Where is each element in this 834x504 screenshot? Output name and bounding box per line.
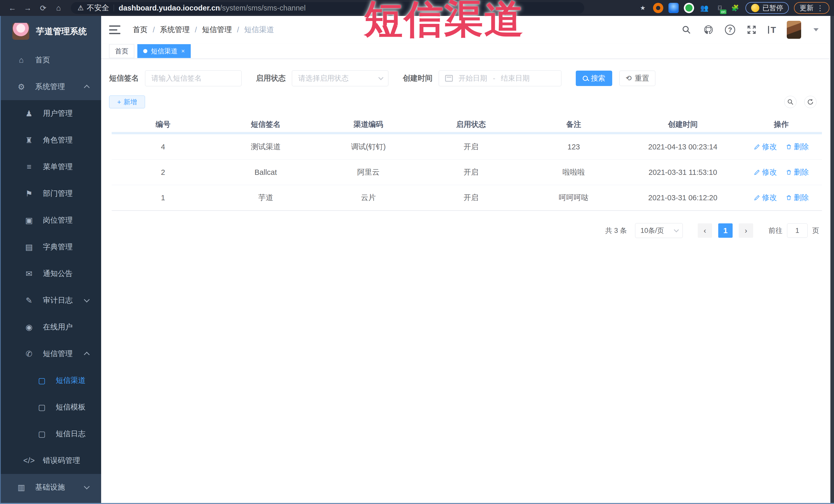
paused-label: 已暂停 [762, 3, 783, 13]
column-header: 启用状态 [420, 117, 522, 132]
gear-icon: ⚙ [14, 82, 28, 92]
extension-icon[interactable] [653, 3, 663, 13]
refresh-button[interactable] [804, 96, 816, 108]
goto-page-input[interactable]: 1 [787, 223, 808, 238]
sidebar-item[interactable]: ⚑ 部门管理 [0, 180, 101, 207]
close-icon[interactable]: × [181, 47, 185, 55]
delete-label: 删除 [794, 167, 809, 177]
cell-id: 4 [112, 134, 214, 159]
button-label: 重置 [635, 73, 649, 83]
sidebar-item-active[interactable]: ▢ 短信渠道 [0, 367, 101, 394]
prev-page-button[interactable]: ‹ [698, 223, 712, 238]
sidebar-item[interactable]: ♟ 用户管理 [0, 100, 101, 127]
browser-actions: ★ 👥 ⌼on 🧩 已暂停 更新 ⋮ [638, 2, 829, 14]
delete-label: 删除 [794, 142, 809, 152]
header-highlight-strip [112, 132, 822, 134]
cell-created: 2021-03-31 11:53:10 [625, 160, 741, 185]
collapse-sidebar-icon[interactable] [109, 25, 120, 34]
url-path[interactable]: /system/sms/sms-channel [220, 4, 306, 12]
search-button[interactable]: 搜索 [576, 71, 612, 86]
edit-label: 修改 [762, 167, 777, 177]
sidebar-item[interactable]: ▤ 字典管理 [0, 234, 101, 260]
extension-icon[interactable] [668, 3, 679, 13]
cell-status: 开启 [420, 134, 522, 159]
security-label[interactable]: 不安全 [87, 3, 109, 13]
status-select[interactable]: 请选择启用状态 [292, 70, 388, 86]
edit-label: 修改 [762, 193, 777, 203]
sidebar-item[interactable]: ✉ 通知公告 [0, 260, 101, 287]
chevron-down-icon[interactable] [813, 28, 818, 31]
search-icon[interactable] [681, 24, 692, 36]
forward-icon[interactable]: → [22, 2, 34, 14]
post-icon: ▣ [22, 216, 36, 225]
sidebar-item[interactable]: ✎ 审计日志 [0, 287, 101, 314]
update-button[interactable]: 更新 ⋮ [794, 2, 829, 14]
sidebar-item[interactable]: ▢ 短信日志 [0, 420, 101, 447]
bookmark-star-icon[interactable]: ★ [638, 3, 648, 13]
home-icon[interactable]: ⌂ [53, 2, 64, 14]
tab-sms-channel[interactable]: 短信渠道 × [137, 44, 191, 58]
font-size-icon[interactable]: T [768, 26, 776, 34]
breadcrumb-item[interactable]: 短信管理 [202, 25, 232, 35]
tab-home[interactable]: 首页 [109, 44, 134, 58]
sidebar-item[interactable]: ✆ 短信管理 [0, 341, 101, 367]
sms-icon: ✆ [22, 349, 36, 359]
url-domain[interactable]: dashboard.yudao.iocoder.cn [118, 4, 220, 12]
breadcrumb-item[interactable]: 首页 [133, 25, 148, 35]
column-header: 操作 [741, 117, 822, 132]
sidebar-item-label: 审计日志 [43, 295, 73, 306]
delete-button[interactable]: 删除 [786, 142, 809, 152]
edit-button[interactable]: 修改 [754, 167, 777, 177]
delete-button[interactable]: 删除 [786, 167, 809, 177]
github-icon[interactable] [703, 24, 714, 36]
extensions-puzzle-icon[interactable]: 🧩 [730, 3, 740, 13]
total-count: 共 3 条 [605, 226, 627, 235]
sidebar-item-label: 系统管理 [35, 82, 65, 92]
sidebar-item[interactable]: ≡ 菜单管理 [0, 154, 101, 180]
paused-badge[interactable]: 已暂停 [745, 2, 789, 14]
browser-menu-icon[interactable]: ⋮ [816, 4, 824, 12]
sidebar-item[interactable]: ♜ 角色管理 [0, 127, 101, 154]
delete-button[interactable]: 删除 [786, 193, 809, 203]
sidebar-menu: ⌂ 首页 ⚙ 系统管理 ♟ 用户管理 ♜ 角色管理 ≡ 菜单管理 ⚑ 部门管理 … [0, 47, 101, 504]
extension-icon[interactable] [684, 3, 694, 13]
table-row[interactable]: 4 测试渠道 调试(钉钉) 开启 123 2021-04-13 00:23:14… [112, 134, 822, 160]
page-size-select[interactable]: 10条/页 [635, 223, 683, 238]
table-row[interactable]: 1 芋道 云片 开启 呵呵呵哒 2021-03-31 06:12:20 修改 删… [112, 185, 822, 211]
page-size-value: 10条/页 [640, 226, 664, 235]
sidebar-item[interactable]: ⚙ 系统管理 [0, 73, 101, 100]
page-number-button[interactable]: 1 [718, 223, 732, 238]
sidebar-logo[interactable]: 芋道管理系统 [0, 16, 101, 47]
breadcrumb: 首页 / 系统管理 / 短信管理 / 短信渠道 [133, 25, 274, 35]
edit-button[interactable]: 修改 [754, 193, 777, 203]
reload-icon[interactable]: ⟳ [38, 2, 49, 14]
edit-button[interactable]: 修改 [754, 142, 777, 152]
sidebar-item[interactable]: ◉ 在线用户 [0, 314, 101, 341]
emoji-avatar [751, 4, 759, 12]
sidebar-item[interactable]: ▣ 岗位管理 [0, 207, 101, 234]
reset-button[interactable]: ⟲ 重置 [619, 71, 655, 86]
address-bar[interactable]: ⚠ 不安全 dashboard.yudao.iocoder.cn /system… [71, 2, 584, 14]
sidebar-item[interactable]: ▢ 短信模板 [0, 394, 101, 420]
window-edge [830, 16, 834, 504]
extension-icon[interactable]: 👥 [699, 3, 709, 13]
extension-icon[interactable]: ⌼on [715, 3, 725, 13]
fullscreen-icon[interactable] [746, 24, 757, 36]
next-page-button[interactable]: › [739, 223, 753, 238]
sidebar-item[interactable]: ⌂ 首页 [0, 47, 101, 73]
table-row[interactable]: 2 Ballcat 阿里云 开启 啦啦啦 2021-03-31 11:53:10… [112, 160, 822, 185]
sidebar-item-label: 短信管理 [43, 349, 73, 359]
avatar[interactable] [787, 21, 801, 39]
date-label: 创建时间 [403, 73, 433, 84]
date-range-picker[interactable]: 开始日期 - 结束日期 [439, 70, 562, 86]
breadcrumb-item[interactable]: 系统管理 [160, 25, 190, 35]
add-button[interactable]: + 新增 [109, 95, 145, 108]
dept-icon: ⚑ [22, 189, 36, 198]
sidebar-item[interactable]: </> 错误码管理 [0, 447, 101, 474]
sidebar-item-label: 角色管理 [43, 135, 73, 145]
help-icon[interactable]: ? [725, 25, 735, 35]
back-icon[interactable]: ← [7, 2, 18, 14]
toggle-search-button[interactable] [784, 96, 796, 108]
sign-input[interactable]: 请输入短信签名 [145, 70, 242, 86]
sidebar-item[interactable]: ▥ 基础设施 [0, 474, 101, 501]
